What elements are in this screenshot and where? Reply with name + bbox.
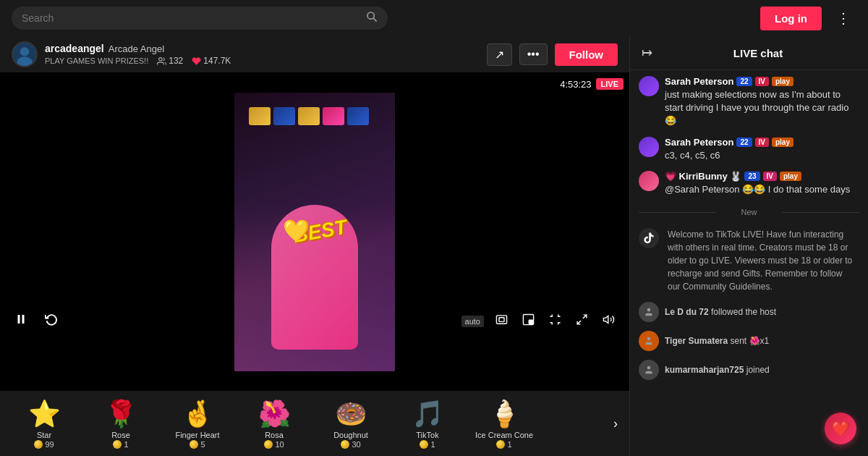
chat-username-row: 💗 KirriBunny 🐰 23IVplay (665, 171, 859, 182)
gift-item[interactable]: 🍦 Ice Cream Cone 1 (466, 395, 542, 452)
left-controls (12, 310, 61, 332)
svg-point-16 (647, 337, 651, 341)
gift-name: Ice Cream Cone (475, 431, 533, 439)
coin-icon (113, 440, 122, 449)
camera-button[interactable] (493, 311, 511, 332)
gift-name: Rosa (265, 431, 284, 439)
chat-event: Tiger Sumatera sent 🌺x1 (639, 331, 859, 351)
coin-icon (264, 440, 273, 449)
event-avatar (639, 360, 659, 380)
chat-expand-icon[interactable]: ↦ (642, 45, 652, 61)
coin-icon (190, 440, 198, 449)
chat-message-content: 💗 KirriBunny 🐰 23IVplay @Sarah Peterson … (665, 171, 859, 196)
streamer-handle: arcadeangel (45, 43, 104, 54)
live-timer-overlay: 4:53:23 LIVE (560, 78, 624, 90)
search-bar[interactable] (12, 7, 388, 30)
svg-line-1 (373, 18, 377, 22)
box-blue (273, 107, 295, 125)
gift-name: Star (37, 431, 51, 439)
svg-line-13 (577, 320, 581, 324)
box-gold-2 (298, 107, 320, 125)
gift-cost: 1 (420, 440, 435, 449)
pause-button[interactable] (12, 310, 30, 332)
gift-cost: 1 (113, 440, 128, 449)
gifts-tray-arrow[interactable]: › (608, 410, 624, 437)
chat-system-message: Welcome to TikTok LIVE! Have fun interac… (639, 228, 859, 293)
chat-title: LIVE chat (660, 47, 856, 59)
viewer-count: 132 (157, 56, 183, 66)
svg-point-5 (159, 57, 162, 60)
gift-item[interactable]: 🌺 Rosa 10 (236, 395, 312, 452)
fullscreen-button[interactable] (573, 311, 591, 332)
chat-user-avatar (639, 76, 659, 96)
gift-emoji: 🤞 (182, 398, 214, 429)
video-controls: auto (0, 305, 629, 337)
gift-item[interactable]: 🌹 Rose 1 (82, 395, 159, 452)
pip-button[interactable] (519, 311, 537, 332)
gift-cost: 1 (496, 440, 511, 449)
gift-emoji: 🌹 (105, 398, 137, 429)
claw-boxes (249, 107, 380, 125)
svg-rect-11 (529, 320, 533, 324)
search-input[interactable] (22, 12, 360, 24)
chat-event: Le D du 72 followed the host (639, 302, 859, 322)
chat-event: kumarmaharjan725 joined (639, 360, 859, 380)
gift-emoji: 🎵 (412, 398, 444, 429)
svg-line-12 (583, 315, 587, 318)
event-avatar (639, 302, 659, 322)
more-nav-icon[interactable]: ⋮ (830, 7, 856, 30)
chat-username: Sarah Peterson (665, 76, 733, 87)
chat-username: Sarah Peterson (665, 137, 733, 148)
share-button[interactable]: ↗ (487, 43, 512, 66)
event-text: Le D du 72 followed the host (665, 307, 776, 317)
crop-button[interactable] (546, 311, 564, 332)
gift-item[interactable]: 🍩 Doughnut 30 (312, 395, 389, 452)
log-in-button[interactable]: Log in (760, 7, 822, 30)
user-badge: IV (755, 138, 769, 147)
chat-message: Sarah Peterson 22IVplay just making sele… (639, 76, 859, 128)
left-panel: arcadeangel Arcade Angel PLAY GAMES WIN … (0, 36, 629, 456)
gift-name: Doughnut (333, 431, 368, 439)
streamer-description: PLAY GAMES WIN PRIZES!! (45, 56, 148, 65)
streamer-bar: arcadeangel Arcade Angel PLAY GAMES WIN … (0, 36, 629, 72)
user-badge: play (772, 77, 793, 86)
like-count: 147.7K (192, 56, 231, 66)
gift-cost: 30 (341, 440, 360, 449)
gift-cost: 10 (264, 440, 284, 449)
gift-emoji: 🌺 (258, 398, 291, 429)
streamer-more-button[interactable]: ••• (519, 43, 548, 65)
follow-button[interactable]: Follow (555, 43, 618, 66)
event-text: Tiger Sumatera sent 🌺x1 (665, 336, 769, 346)
gifts-tray: ⭐ Star 99 🌹 Rose 1 🤞 Finger Heart 5 🌺 Ro… (0, 391, 629, 456)
gift-item[interactable]: 🤞 Finger Heart 5 (159, 395, 236, 452)
heart-float-button[interactable]: ❤️ (825, 413, 856, 444)
volume-button[interactable] (600, 311, 618, 332)
chat-message-content: Sarah Peterson 22IVplay just making sele… (665, 76, 859, 128)
search-icon (366, 11, 378, 25)
gift-emoji: 🍦 (488, 398, 521, 429)
chat-user-avatar (639, 137, 659, 157)
user-badge: 22 (736, 77, 752, 86)
auto-badge: auto (461, 316, 484, 327)
streamer-avatar (12, 41, 38, 67)
chat-message: 💗 KirriBunny 🐰 23IVplay @Sarah Peterson … (639, 171, 859, 196)
coin-icon (341, 440, 349, 449)
chat-messages: Sarah Peterson 22IVplay just making sele… (630, 70, 868, 444)
box-pink (323, 107, 344, 125)
event-avatar (639, 331, 659, 351)
chat-username-row: Sarah Peterson 22IVplay (665, 76, 859, 87)
user-badge: IV (755, 77, 769, 86)
gift-item[interactable]: 🎵 TikTok 1 (389, 395, 466, 452)
gift-item[interactable]: ⭐ Star 99 (6, 395, 82, 452)
svg-point-3 (20, 47, 29, 56)
chat-text: c3, c4, c5, c6 (665, 149, 859, 162)
refresh-button[interactable] (42, 310, 61, 332)
live-badge: LIVE (596, 78, 624, 90)
chat-message: Sarah Peterson 22IVplay c3, c4, c5, c6 (639, 137, 859, 162)
top-nav: Log in ⋮ (0, 0, 868, 36)
svg-rect-7 (22, 315, 25, 324)
heart-coin-sticker: 💛 (283, 218, 310, 243)
svg-point-15 (647, 308, 651, 312)
chat-username-row: Sarah Peterson 22IVplay (665, 137, 859, 148)
right-panel: ↦ LIVE chat Sarah Peterson 22IVplay just… (629, 36, 868, 456)
